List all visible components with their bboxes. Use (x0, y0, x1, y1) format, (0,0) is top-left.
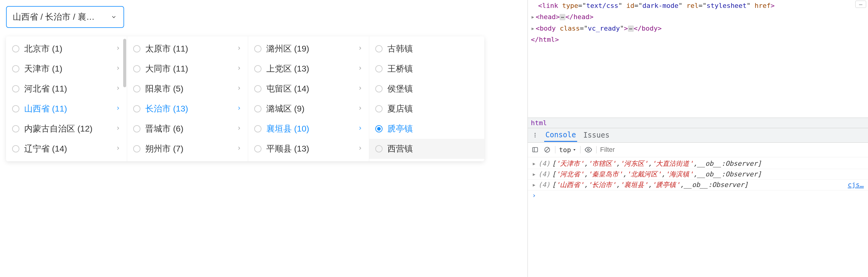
cascader-option[interactable]: 朔州市 (7) (127, 139, 248, 159)
cascader-column[interactable]: 太原市 (11)大同市 (11)阳泉市 (5)长治市 (13)晋城市 (6)朔州… (127, 36, 248, 161)
cascader-column[interactable]: 潞州区 (19)上党区 (13)屯留区 (14)潞城区 (9)襄垣县 (10)平… (248, 36, 369, 161)
elements-panel[interactable]: <link type="text/css" id="dark-mode" rel… (528, 0, 868, 118)
cascader-option[interactable]: 长治市 (13) (127, 99, 248, 119)
cascader-option[interactable]: 太原市 (11) (127, 39, 248, 59)
radio-icon[interactable] (12, 65, 19, 73)
chevron-right-icon (115, 145, 121, 153)
cascader-option[interactable]: 辽宁省 (14) (6, 139, 127, 159)
cascader-option[interactable]: 侯堡镇 (369, 79, 484, 99)
console-prompt[interactable]: › (528, 190, 868, 200)
eye-icon[interactable] (584, 145, 593, 154)
svg-point-0 (534, 133, 535, 134)
cascader-option[interactable]: 屯留区 (14) (248, 79, 369, 99)
chevron-right-icon (358, 85, 363, 92)
radio-icon[interactable] (12, 45, 19, 52)
option-label: 平顺县 (13) (266, 143, 358, 155)
console-log-row[interactable]: ▸(4)['山西省', '长治市', '襄垣县', '虒亭镇', __ob__:… (528, 180, 868, 190)
expand-triangle-icon[interactable]: ▸ (532, 181, 538, 189)
option-label: 阳泉市 (5) (145, 83, 236, 94)
cascader-option[interactable]: 大同市 (11) (127, 59, 248, 79)
breadcrumb-item[interactable]: html (531, 119, 547, 127)
cascader-option[interactable]: 西营镇 (369, 139, 484, 159)
radio-icon[interactable] (254, 85, 261, 92)
console-log-row[interactable]: ▸(4)['河北省', '秦皇岛市', '北戴河区', '海滨镇', __ob_… (528, 169, 868, 180)
tab-issues[interactable]: Issues (582, 129, 611, 141)
scrollbar-thumb[interactable] (123, 39, 126, 87)
radio-icon[interactable] (133, 105, 141, 112)
cascader-option[interactable]: 潞州区 (19) (248, 39, 369, 59)
cascader-option[interactable]: 山西省 (11) (6, 99, 127, 119)
cascader-option[interactable]: 襄垣县 (10) (248, 119, 369, 139)
separator (555, 146, 555, 154)
cascader-option[interactable]: 古韩镇 (369, 39, 484, 59)
cascader-option[interactable]: 内蒙古自治区 (12) (6, 119, 127, 139)
option-label: 虒亭镇 (388, 123, 478, 135)
option-label: 古韩镇 (388, 43, 478, 55)
cascader-option[interactable]: 上党区 (13) (248, 59, 369, 79)
radio-icon[interactable] (375, 45, 382, 52)
radio-icon[interactable] (254, 105, 261, 112)
context-label: top (559, 146, 571, 154)
context-selector[interactable]: top (559, 146, 577, 154)
filter-input[interactable] (600, 146, 865, 154)
chevron-right-icon (115, 85, 121, 92)
option-label: 辽宁省 (14) (24, 143, 115, 155)
cascader-option[interactable]: 虒亭镇 (369, 119, 484, 139)
radio-icon[interactable] (12, 85, 19, 92)
chevron-right-icon (236, 145, 242, 153)
cascader-column[interactable]: 古韩镇王桥镇侯堡镇夏店镇虒亭镇西营镇 (369, 36, 484, 161)
radio-icon[interactable] (12, 105, 19, 112)
console-output[interactable]: ▸(4)['天津市', '市辖区', '河东区', '大直沽街道', __ob_… (528, 157, 868, 277)
dom-node-row[interactable]: </html> (531, 34, 865, 45)
radio-icon[interactable] (133, 145, 141, 153)
console-log-row[interactable]: ▸(4)['天津市', '市辖区', '河东区', '大直沽街道', __ob_… (528, 159, 868, 169)
option-label: 潞城区 (9) (266, 103, 358, 115)
option-label: 河北省 (11) (24, 83, 115, 94)
radio-icon[interactable] (375, 105, 382, 112)
sidebar-toggle-icon[interactable] (531, 145, 539, 154)
cascader-option[interactable]: 王桥镇 (369, 59, 484, 79)
option-label: 晋城市 (6) (145, 123, 236, 135)
radio-icon[interactable] (12, 145, 19, 153)
tab-console[interactable]: Console (544, 129, 577, 142)
radio-icon[interactable] (133, 85, 141, 92)
cascader-option[interactable]: 平顺县 (13) (248, 139, 369, 159)
radio-icon[interactable] (133, 45, 141, 52)
cascader-input[interactable]: 山西省 / 长治市 / 襄… (6, 6, 124, 28)
radio-icon[interactable] (133, 65, 141, 73)
radio-icon[interactable] (254, 145, 261, 153)
cascader-option[interactable]: 天津市 (1) (6, 59, 127, 79)
chevron-right-icon (358, 145, 363, 153)
radio-icon[interactable] (254, 45, 261, 52)
minimize-button[interactable]: — (855, 1, 866, 8)
cascader-option[interactable]: 晋城市 (6) (127, 119, 248, 139)
cascader-option[interactable]: 潞城区 (9) (248, 99, 369, 119)
radio-icon[interactable] (375, 145, 382, 153)
app-preview-pane: 山西省 / 长治市 / 襄… 北京市 (1)天津市 (1)河北省 (11)山西省… (0, 0, 528, 277)
radio-icon[interactable] (375, 65, 382, 73)
dom-node-row[interactable]: ▸<body class="vc_ready">⋯</body> (531, 23, 865, 34)
radio-icon[interactable] (12, 125, 19, 133)
radio-icon[interactable] (133, 125, 141, 133)
dom-node-row[interactable]: <link type="text/css" id="dark-mode" rel… (531, 0, 865, 11)
cascader-option[interactable]: 阳泉市 (5) (127, 79, 248, 99)
dom-node-row[interactable]: ▸<head>⋯</head> (531, 11, 865, 22)
expand-triangle-icon[interactable]: ▸ (532, 160, 538, 167)
expand-triangle-icon[interactable]: ▸ (532, 170, 538, 178)
kebab-menu-icon[interactable] (531, 131, 539, 139)
clear-console-icon[interactable] (543, 145, 551, 154)
cascader-option[interactable]: 夏店镇 (369, 99, 484, 119)
chevron-right-icon (236, 126, 242, 133)
cascader-option[interactable]: 北京市 (1) (6, 39, 127, 59)
chevron-right-icon (236, 46, 242, 52)
radio-icon[interactable] (254, 65, 261, 73)
cascader-option[interactable]: 河北省 (11) (6, 79, 127, 99)
radio-icon[interactable] (254, 125, 261, 133)
cascader-column[interactable]: 北京市 (1)天津市 (1)河北省 (11)山西省 (11)内蒙古自治区 (12… (6, 36, 127, 161)
radio-icon[interactable] (375, 85, 382, 92)
elements-breadcrumb[interactable]: html (528, 118, 868, 128)
log-source-link[interactable]: cjs… (848, 181, 864, 189)
radio-icon[interactable] (375, 125, 382, 133)
svg-point-2 (534, 136, 535, 137)
chevron-right-icon (236, 85, 242, 92)
